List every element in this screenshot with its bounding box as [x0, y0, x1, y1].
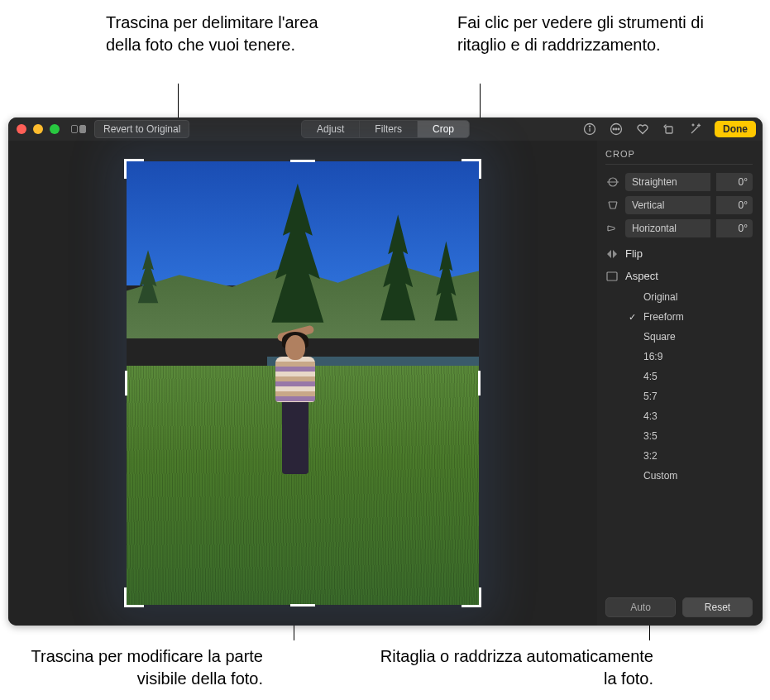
crop-handle-top[interactable]: [290, 160, 315, 162]
aspect-16-9[interactable]: 16:9: [625, 347, 753, 367]
callout-crop-tab: Fai clic per vedere gli strumenti di rit…: [457, 12, 739, 56]
reset-button[interactable]: Reset: [682, 597, 753, 617]
crop-handle-bottom[interactable]: [290, 604, 315, 607]
window-controls: [17, 124, 60, 134]
toolbar-right: Done: [582, 121, 756, 137]
crop-frame[interactable]: [127, 161, 479, 605]
svg-point-4: [613, 128, 615, 130]
aspect-row[interactable]: Aspect: [605, 265, 753, 287]
svg-point-6: [618, 128, 619, 130]
vertical-slider[interactable]: Vertical: [625, 196, 710, 214]
aspect-4-3[interactable]: 4:3: [625, 406, 753, 426]
tab-crop[interactable]: Crop: [418, 121, 469, 137]
photos-edit-window: Revert to Original Adjust Filters Crop D…: [8, 117, 763, 626]
auto-button[interactable]: Auto: [605, 597, 676, 617]
aspect-5-7[interactable]: 5:7: [625, 386, 753, 406]
crop-panel: CROP Straighten 0° Vertical 0° Horizo: [597, 141, 763, 626]
flip-row[interactable]: Flip: [605, 242, 753, 265]
straighten-slider[interactable]: Straighten: [625, 173, 710, 191]
callout-drag-photo: Trascina per modificare la parte visibil…: [15, 645, 263, 690]
more-icon[interactable]: [609, 122, 624, 137]
flip-label: Flip: [625, 247, 643, 260]
tab-adjust[interactable]: Adjust: [302, 121, 360, 137]
aspect-list: Original ✓Freeform Square 16:9 4:5 5:7 4…: [605, 287, 753, 486]
callout-crop-handle: Trascina per delimitare l'area della fot…: [106, 12, 346, 56]
done-button[interactable]: Done: [715, 121, 756, 137]
panel-footer: Auto Reset: [605, 591, 753, 617]
crop-handle-left[interactable]: [125, 371, 127, 396]
aspect-label: Aspect: [625, 270, 658, 282]
revert-button[interactable]: Revert to Original: [94, 120, 189, 138]
svg-rect-7: [666, 127, 672, 133]
info-icon[interactable]: [582, 122, 597, 137]
aspect-original[interactable]: Original: [625, 287, 753, 307]
svg-point-2: [589, 126, 590, 127]
crop-handle-tl[interactable]: [124, 159, 144, 179]
flip-icon: [605, 249, 619, 259]
crop-handle-tr[interactable]: [462, 159, 481, 179]
crop-handle-right[interactable]: [478, 371, 481, 396]
edit-canvas: [8, 141, 597, 626]
aspect-3-5[interactable]: 3:5: [625, 426, 753, 446]
aspect-custom[interactable]: Custom: [625, 466, 753, 486]
enhance-icon[interactable]: [688, 122, 703, 137]
svg-rect-10: [607, 272, 617, 280]
callout-auto: Ritaglia o raddrizza automaticamente la …: [364, 645, 653, 690]
horizontal-perspective-icon: [605, 223, 620, 234]
crop-handle-br[interactable]: [462, 587, 481, 607]
horizontal-value[interactable]: 0°: [716, 219, 753, 237]
favorite-icon[interactable]: [635, 122, 650, 137]
rotate-icon[interactable]: [662, 122, 677, 137]
straighten-value[interactable]: 0°: [716, 173, 753, 191]
svg-point-5: [615, 128, 617, 130]
edit-tabs: Adjust Filters Crop: [301, 120, 470, 138]
photo-content[interactable]: [127, 161, 479, 605]
vertical-perspective-icon: [605, 199, 620, 211]
close-button[interactable]: [17, 124, 26, 134]
minimize-button[interactable]: [33, 124, 43, 134]
titlebar: Revert to Original Adjust Filters Crop D…: [8, 117, 763, 141]
aspect-freeform[interactable]: ✓Freeform: [625, 307, 753, 327]
fullscreen-button[interactable]: [50, 124, 60, 134]
crop-handle-bl[interactable]: [124, 587, 144, 607]
horizontal-slider[interactable]: Horizontal: [625, 219, 710, 237]
panel-title: CROP: [605, 149, 753, 165]
tab-filters[interactable]: Filters: [360, 121, 418, 137]
aspect-square[interactable]: Square: [625, 327, 753, 347]
vertical-row: Vertical 0°: [605, 196, 753, 214]
aspect-3-2[interactable]: 3:2: [625, 446, 753, 466]
sidebar-toggle-icon[interactable]: [71, 125, 86, 133]
straighten-row: Straighten 0°: [605, 173, 753, 191]
horizontal-row: Horizontal 0°: [605, 219, 753, 237]
vertical-value[interactable]: 0°: [716, 196, 753, 214]
straighten-icon: [605, 176, 620, 188]
aspect-icon: [605, 271, 619, 281]
aspect-4-5[interactable]: 4:5: [625, 367, 753, 386]
